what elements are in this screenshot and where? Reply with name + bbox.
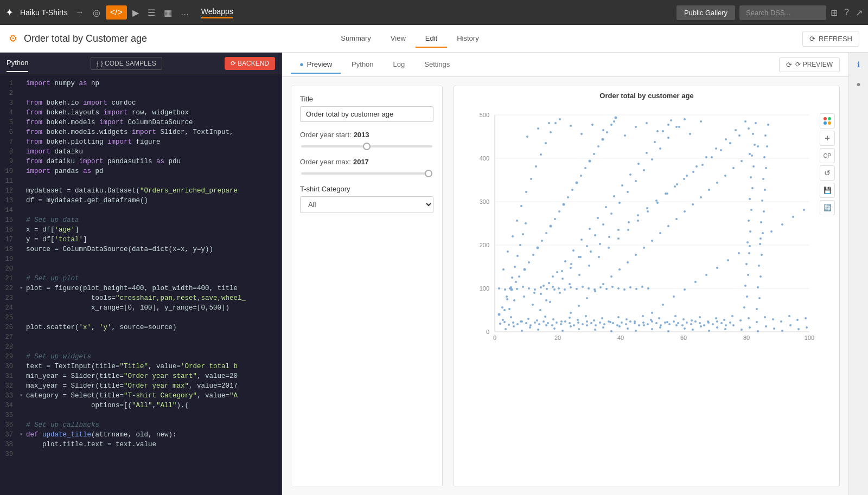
svg-point-105 [516,255,519,257]
svg-point-56 [765,325,767,327]
svg-point-319 [512,322,514,324]
tab-settings[interactable]: Settings [416,56,458,74]
refresh-button[interactable]: ⟳ REFRESH [802,31,859,47]
chart-save-tool[interactable]: 💾 [820,183,835,198]
year-max-slider[interactable] [301,172,432,175]
svg-point-106 [519,244,521,246]
preview-button[interactable]: ⟳ ⟳ PREVIEW [779,57,840,72]
svg-point-162 [608,247,610,249]
top-nav: ✦ Haiku T-Shirts → ◎ </> ▶ ☰ ▦ … Webapps… [0,0,868,25]
public-gallery-button[interactable]: Public Gallery [676,5,735,20]
svg-point-338 [595,324,597,326]
svg-point-128 [501,306,503,308]
svg-point-92 [748,317,750,319]
nav-more-icon[interactable]: … [177,5,193,20]
svg-point-404 [764,134,767,137]
svg-point-60 [797,328,800,330]
svg-point-51 [724,328,726,330]
tab-summary[interactable]: Summary [331,30,381,48]
grid-icon[interactable]: ⊞ [831,8,838,18]
nav-code-icon[interactable]: </> [106,5,127,20]
chart-op-tool[interactable]: OP [820,148,835,163]
svg-point-41 [643,324,645,326]
svg-point-94 [764,316,766,318]
code-line: 15# Set up data [0,215,282,225]
svg-point-72 [585,315,587,317]
category-select[interactable]: All Men Women Kids [300,196,433,213]
svg-point-337 [590,322,592,324]
svg-point-382 [750,176,752,178]
title-control: Title [300,95,433,122]
tab-preview[interactable]: ● Preview [291,56,341,74]
nav-list-icon[interactable]: ☰ [144,5,158,20]
code-line: 11 [0,176,282,186]
svg-point-354 [664,322,666,324]
project-name[interactable]: Haiku T-Shirts [20,8,68,17]
svg-point-353 [660,324,662,326]
svg-point-34 [586,324,588,326]
svg-point-229 [553,288,556,291]
svg-point-351 [651,320,653,323]
nav-grid-icon[interactable]: ▦ [161,5,175,20]
svg-point-83 [674,315,676,317]
svg-point-367 [720,322,723,324]
svg-point-99 [805,317,807,319]
code-line: 7from bokeh.plotting import figure [0,137,282,147]
chart-reset-tool[interactable]: ↺ [820,165,835,181]
svg-point-335 [582,323,584,325]
code-line: 22▾plot = figure(plot_height=400, plot_w… [0,284,282,293]
svg-point-144 [571,189,573,191]
sidebar-dot-icon[interactable]: ● [851,76,866,92]
svg-point-177 [570,312,572,314]
svg-point-193 [700,196,702,198]
search-input[interactable] [739,5,826,20]
svg-point-249 [533,292,535,294]
nav-arrow-icon[interactable]: → [72,5,87,20]
chart-color-tool[interactable] [820,113,835,128]
chart-refresh-tool[interactable]: 🔄 [820,200,835,215]
activity-icon[interactable]: ↗ [856,8,863,18]
svg-point-299 [526,136,528,138]
svg-point-198 [741,160,743,162]
svg-point-110 [540,293,542,295]
code-line: 38 plot.title.text = text.value [0,440,282,449]
svg-point-188 [659,232,661,234]
svg-point-383 [752,165,755,168]
svg-point-358 [681,324,684,326]
tab-python[interactable]: Python [343,56,382,74]
chart-zoom-in-tool[interactable]: + [820,131,835,146]
svg-text:60: 60 [680,335,687,341]
tab-log[interactable]: Log [385,56,414,74]
title-input[interactable] [300,106,433,122]
nav-refresh-icon[interactable]: ◎ [90,5,104,20]
svg-point-195 [716,182,718,184]
tab-view[interactable]: View [381,30,416,48]
svg-point-44 [667,330,669,332]
year-start-slider[interactable] [301,145,432,147]
svg-point-237 [618,202,621,204]
svg-point-321 [521,320,523,323]
sidebar-info-icon[interactable]: ℹ [851,57,866,72]
code-samples-button[interactable]: { } CODE SAMPLES [91,57,162,70]
code-tab-python[interactable]: Python [7,54,28,72]
nav-play-icon[interactable]: ▶ [129,5,142,20]
svg-point-120 [621,184,623,187]
svg-point-39 [627,327,629,330]
code-editor[interactable]: 1import numpy as np 2 3from bokeh.io imp… [0,74,282,495]
svg-point-186 [643,247,645,249]
help-icon[interactable]: ? [844,8,849,17]
svg-point-269 [720,149,722,151]
tab-edit[interactable]: Edit [416,30,447,48]
backend-button[interactable]: ⟳ BACKEND [225,57,275,70]
svg-point-396 [760,221,762,223]
svg-point-48 [700,325,702,327]
tab-history[interactable]: History [447,30,488,48]
svg-point-387 [755,122,757,124]
svg-point-254 [579,256,582,258]
svg-point-267 [701,164,704,166]
svg-point-218 [705,274,707,276]
webapps-button[interactable]: Webapps [201,7,233,18]
refresh-label: REFRESH [819,35,852,43]
svg-point-279 [534,288,536,291]
svg-point-330 [560,323,562,325]
